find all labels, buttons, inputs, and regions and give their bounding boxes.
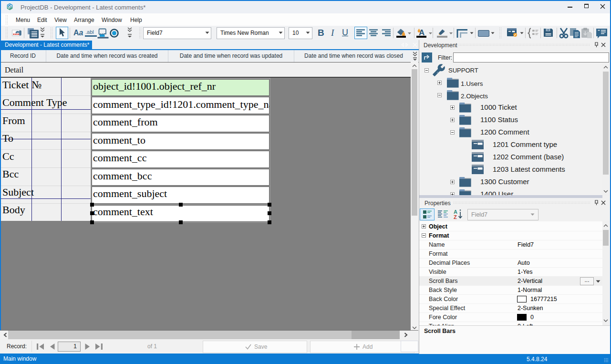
svg-text:Z: Z — [454, 214, 457, 220]
